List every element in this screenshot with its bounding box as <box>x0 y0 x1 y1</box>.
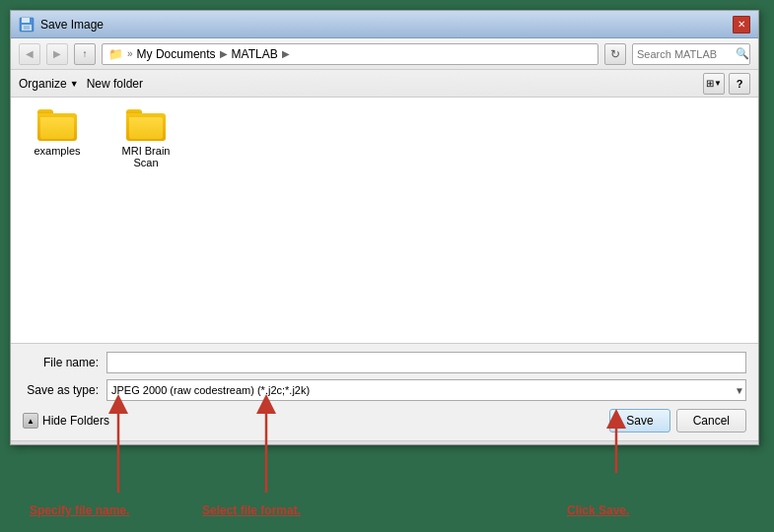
toolbar: Organize ▼ New folder ⊞ ▼ ? <box>11 70 758 98</box>
filename-input[interactable] <box>106 352 746 373</box>
search-box[interactable]: 🔍 <box>632 43 750 65</box>
search-input[interactable] <box>637 48 736 60</box>
filetype-select-wrapper: JPEG 2000 (raw codestream) (*.j2c;*.j2k)… <box>106 379 746 401</box>
help-button[interactable]: ? <box>729 73 750 95</box>
filetype-select[interactable]: JPEG 2000 (raw codestream) (*.j2c;*.j2k) <box>106 379 746 401</box>
breadcrumb-separator3: ▶ <box>282 48 290 59</box>
forward-button[interactable]: ▶ <box>46 43 68 65</box>
svg-rect-3 <box>24 26 30 30</box>
breadcrumb-icon: 📁 <box>108 47 123 61</box>
folder-icon-mri <box>126 109 166 141</box>
save-image-dialog: Save Image ✕ ◀ ▶ ↑ 📁 » My Documents ▶ MA… <box>10 10 759 445</box>
title-bar: Save Image ✕ <box>11 11 758 38</box>
help-icon: ? <box>737 78 743 90</box>
forward-icon: ▶ <box>53 48 61 59</box>
button-group: Save Cancel <box>609 409 746 432</box>
back-button[interactable]: ◀ <box>19 43 40 65</box>
folder-icon-examples <box>37 109 77 141</box>
folder-examples[interactable]: examples <box>23 109 92 157</box>
status-bar <box>11 440 758 444</box>
up-button[interactable]: ↑ <box>74 43 96 65</box>
breadcrumb-part1: My Documents <box>137 47 216 61</box>
breadcrumb-separator2: ▶ <box>220 48 228 59</box>
annotation-select-format: Select file format. <box>202 503 301 517</box>
action-row: ▲ Hide Folders Save Cancel <box>23 409 746 432</box>
save-button[interactable]: Save <box>609 409 669 432</box>
nav-bar: ◀ ▶ ↑ 📁 » My Documents ▶ MATLAB ▶ ↻ 🔍 <box>11 38 758 70</box>
folder-mri-brain-scan[interactable]: MRI Brain Scan <box>111 109 180 168</box>
close-button[interactable]: ✕ <box>733 16 750 33</box>
new-folder-button[interactable]: New folder <box>87 77 143 91</box>
hide-folders-label: Hide Folders <box>42 414 109 428</box>
save-icon <box>19 17 35 33</box>
file-area: examples MRI Brain Scan <box>11 98 758 344</box>
search-icon[interactable]: 🔍 <box>736 46 749 62</box>
svg-rect-1 <box>22 18 30 23</box>
breadcrumb-separator1: » <box>127 48 133 59</box>
organize-label: Organize <box>19 77 67 91</box>
filetype-label: Save as type: <box>23 383 106 397</box>
hide-folders-icon: ▲ <box>23 413 38 429</box>
refresh-icon: ↻ <box>610 47 620 61</box>
cancel-button[interactable]: Cancel <box>676 409 746 432</box>
view-icon: ⊞ <box>706 78 714 89</box>
breadcrumb-part2: MATLAB <box>232 47 278 61</box>
folder-label-examples: examples <box>34 145 80 157</box>
organize-button[interactable]: Organize ▼ <box>19 77 79 91</box>
annotation-click-save: Click Save. <box>567 503 629 517</box>
folder-label-mri: MRI Brain Scan <box>111 145 180 168</box>
filename-label: File name: <box>23 356 106 369</box>
toolbar-right: ⊞ ▼ ? <box>703 73 750 95</box>
title-bar-left: Save Image <box>19 17 104 33</box>
view-chevron-icon: ▼ <box>714 79 722 88</box>
filetype-row: Save as type: JPEG 2000 (raw codestream)… <box>23 379 746 401</box>
hide-folders-button[interactable]: ▲ Hide Folders <box>23 413 109 429</box>
breadcrumb[interactable]: 📁 » My Documents ▶ MATLAB ▶ <box>102 43 598 65</box>
dialog-title: Save Image <box>40 18 104 32</box>
refresh-button[interactable]: ↻ <box>604 43 626 65</box>
annotation-specify-file: Specify file name. <box>30 503 129 517</box>
up-icon: ↑ <box>83 48 88 59</box>
back-icon: ◀ <box>26 48 34 59</box>
bottom-section: File name: Save as type: JPEG 2000 (raw … <box>11 344 758 440</box>
organize-chevron-icon: ▼ <box>70 79 79 89</box>
view-button[interactable]: ⊞ ▼ <box>703 73 725 95</box>
filename-row: File name: <box>23 352 746 373</box>
